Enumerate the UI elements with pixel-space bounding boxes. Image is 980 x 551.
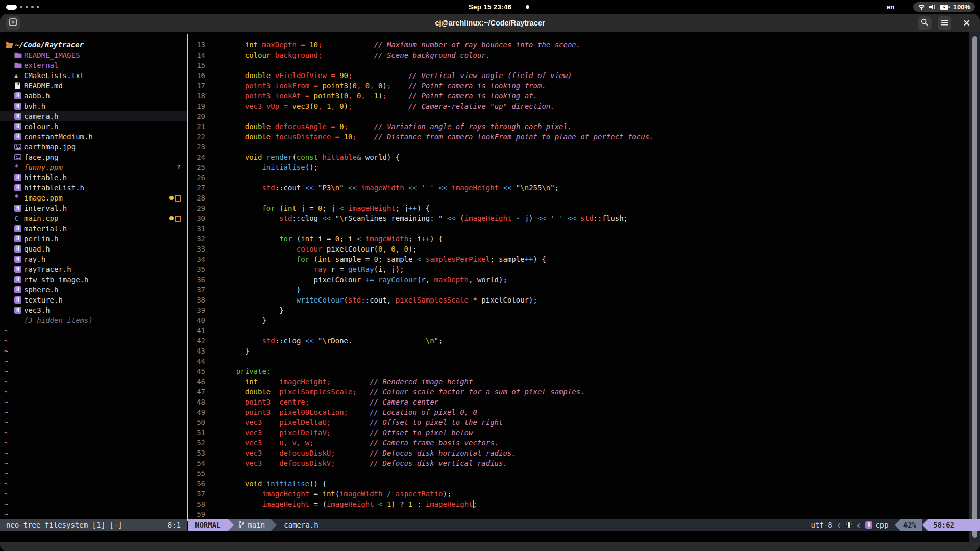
tree-item-perlin.h[interactable]: Hperlin.h — [0, 234, 187, 244]
tree-item-hittable.h[interactable]: Hhittable.h — [0, 172, 187, 183]
code-text: double defocusAngle = 0; // Variation an… — [228, 122, 572, 131]
tree-item-image.ppm[interactable]: *image.ppm — [0, 193, 187, 203]
line-number: 36 — [188, 276, 205, 284]
tree-item-colour.h[interactable]: Hcolour.h — [0, 121, 187, 132]
clock[interactable]: Sep 15 23:46 — [0, 0, 980, 14]
search-button[interactable] — [918, 16, 932, 30]
code-line-25[interactable]: 25 initialise(); — [188, 162, 969, 172]
line-number: 48 — [188, 398, 205, 406]
tree-item-label: external — [24, 61, 58, 69]
code-line-41[interactable]: 41 — [188, 325, 969, 336]
code-line-46[interactable]: 46 int imageHeight; // Rendered image he… — [188, 377, 969, 387]
code-line-59[interactable]: 59 — [188, 509, 969, 519]
tree-item--3-hidden-items-[interactable]: (3 hidden items) — [0, 315, 187, 325]
close-button[interactable]: ✕ — [960, 16, 973, 30]
tree-item-earthmap.jpg[interactable]: earthmap.jpg — [0, 142, 187, 152]
code-line-44[interactable]: 44 — [188, 356, 969, 366]
code-line-31[interactable]: 31 — [188, 223, 969, 234]
code-line-23[interactable]: 23 — [188, 142, 969, 152]
tree-item-material.h[interactable]: Hmaterial.h — [0, 223, 187, 234]
code-line-13[interactable]: 13 int maxDepth = 10; // Maximum number … — [188, 40, 969, 50]
code-line-53[interactable]: 53 vec3 defocusDiskU; // Defocus disk ho… — [188, 448, 969, 458]
tree-item-label: colour.h — [24, 122, 58, 131]
code-line-52[interactable]: 52 vec3 u, v, w; // Camera frame basis v… — [188, 438, 969, 448]
code-line-15[interactable]: 15 — [188, 60, 969, 70]
code-line-26[interactable]: 26 — [188, 172, 969, 183]
tree-item-vec3.h[interactable]: Hvec3.h — [0, 305, 187, 315]
header-file-icon: H — [14, 205, 21, 212]
menu-button[interactable] — [938, 16, 951, 30]
tree-item-camera.h[interactable]: Hcamera.h — [0, 111, 187, 121]
tree-item-label: image.ppm — [24, 194, 63, 202]
code-line-43[interactable]: 43 } — [188, 346, 969, 356]
code-line-57[interactable]: 57 imageHeight = int(imageWidth / aspect… — [188, 489, 969, 499]
code-line-28[interactable]: 28 — [188, 193, 969, 203]
tree-item-ray.h[interactable]: Hray.h — [0, 254, 187, 264]
code-line-55[interactable]: 55 — [188, 468, 969, 479]
code-line-48[interactable]: 48 point3 centre; // Camera center — [188, 397, 969, 407]
git-branch-name: main — [248, 521, 265, 529]
code-line-32[interactable]: 32 for (int i = 0; i < imageWidth; i++) … — [188, 234, 969, 244]
code-line-50[interactable]: 50 vec3 pixelDeltaU; // Offset to pixel … — [188, 417, 969, 428]
code-text: int maxDepth = 10; // Maximum number of … — [228, 41, 580, 49]
code-line-27[interactable]: 27 std::cout << "P3\n" << imageWidth << … — [188, 183, 969, 193]
code-line-54[interactable]: 54 vec3 defocusDiskV; // Defocus disk ve… — [188, 458, 969, 468]
code-line-37[interactable]: 37 } — [188, 285, 969, 295]
tree-item-constantMedium.h[interactable]: HconstantMedium.h — [0, 132, 187, 142]
tree-item-rtw-stb-image.h[interactable]: Hrtw_stb_image.h — [0, 274, 187, 285]
tree-item--Code-Raytracer[interactable]: ~/Code/Raytracer — [0, 40, 187, 50]
code-line-21[interactable]: 21 double defocusAngle = 0; // Variation… — [188, 121, 969, 132]
tree-item-sphere.h[interactable]: Hsphere.h — [0, 285, 187, 295]
code-line-22[interactable]: 22 double focusDistance = 10; // Distanc… — [188, 132, 969, 142]
tree-item-texture.h[interactable]: Htexture.h — [0, 295, 187, 305]
tree-item-README-IMAGES[interactable]: README_IMAGES — [0, 50, 187, 60]
code-line-40[interactable]: 40 } — [188, 315, 969, 325]
tree-item-quad.h[interactable]: Hquad.h — [0, 244, 187, 254]
code-line-47[interactable]: 47 double pixelSamplesScale; // Colour s… — [188, 387, 969, 397]
header-file-icon: H — [14, 123, 21, 130]
code-line-17[interactable]: 17 point3 lookFrom = point3(0, 0, 0); //… — [188, 81, 969, 91]
tree-item-bvh.h[interactable]: Hbvh.h — [0, 101, 187, 111]
code-line-33[interactable]: 33 colour pixelColour(0, 0, 0); — [188, 244, 969, 254]
system-status-pill[interactable]: 100% — [913, 2, 975, 12]
tree-item-face.png[interactable]: face.png — [0, 152, 187, 162]
code-line-35[interactable]: 35 ray r = getRay(i, j); — [188, 264, 969, 274]
code-line-45[interactable]: 45 private: — [188, 366, 969, 377]
tree-item-funny.ppm[interactable]: *funny.ppm? — [0, 162, 187, 172]
code-line-42[interactable]: 42 std::clog << "\rDone. \n"; — [188, 336, 969, 346]
code-line-29[interactable]: 29 for (int j = 0; j < imageHeight; j++)… — [188, 203, 969, 213]
tree-item-interval.h[interactable]: Hinterval.h — [0, 203, 187, 213]
line-number: 45 — [188, 367, 205, 375]
tree-item-external[interactable]: external — [0, 60, 187, 70]
new-tab-button[interactable] — [6, 16, 20, 30]
tree-item-hittableList.h[interactable]: HhittableList.h — [0, 183, 187, 193]
tree-item-CMakeLists.txt[interactable]: ▲CMakeLists.txt — [0, 70, 187, 81]
code-text: vec3 pixelDeltaV; // Offset to pixel bel… — [228, 429, 473, 437]
code-line-49[interactable]: 49 point3 pixel00Location; // Location o… — [188, 407, 969, 417]
code-text: } — [228, 316, 266, 324]
tree-item-main.cpp[interactable]: Cmain.cpp — [0, 213, 187, 223]
code-line-51[interactable]: 51 vec3 pixelDeltaV; // Offset to pixel … — [188, 428, 969, 438]
tree-item-label: aabb.h — [24, 92, 50, 100]
tree-item-README.md[interactable]: README.md — [0, 81, 187, 91]
tree-item-aabb.h[interactable]: Haabb.h — [0, 91, 187, 101]
segment-separator — [228, 519, 234, 531]
keyboard-layout-indicator[interactable]: en — [887, 0, 894, 14]
code-line-36[interactable]: 36 pixelColour += rayColour(r, maxDepth,… — [188, 274, 969, 285]
code-line-19[interactable]: 19 vec3 vUp = vec3(0, 1, 0); // Camera-r… — [188, 101, 969, 111]
code-line-24[interactable]: 24 void render(const hittable& world) { — [188, 152, 969, 162]
code-line-18[interactable]: 18 point3 lookAt = point3(0, 0, -1); // … — [188, 91, 969, 101]
code-line-16[interactable]: 16 double vFieldOfView = 90; // Vertical… — [188, 70, 969, 81]
code-line-30[interactable]: 30 std::clog << "\rScanlines remaining: … — [188, 213, 969, 223]
header-file-icon: H — [14, 133, 21, 140]
code-line-34[interactable]: 34 for (int sample = 0; sample < samples… — [188, 254, 969, 264]
code-line-20[interactable]: 20 — [188, 111, 969, 121]
code-line-14[interactable]: 14 colour background; // Scene backgroun… — [188, 50, 969, 60]
tree-item-rayTracer.h[interactable]: HrayTracer.h — [0, 264, 187, 274]
scrollbar-track[interactable] — [969, 32, 980, 542]
code-line-39[interactable]: 39 } — [188, 305, 969, 315]
scrollbar-thumb[interactable] — [972, 36, 977, 538]
code-line-38[interactable]: 38 writeColour(std::cout, pixelSamplesSc… — [188, 295, 969, 305]
code-line-58[interactable]: 58 imageHeight = (imageHeight < 1) ? 1 :… — [188, 499, 969, 509]
code-line-56[interactable]: 56 void initialise() { — [188, 479, 969, 489]
